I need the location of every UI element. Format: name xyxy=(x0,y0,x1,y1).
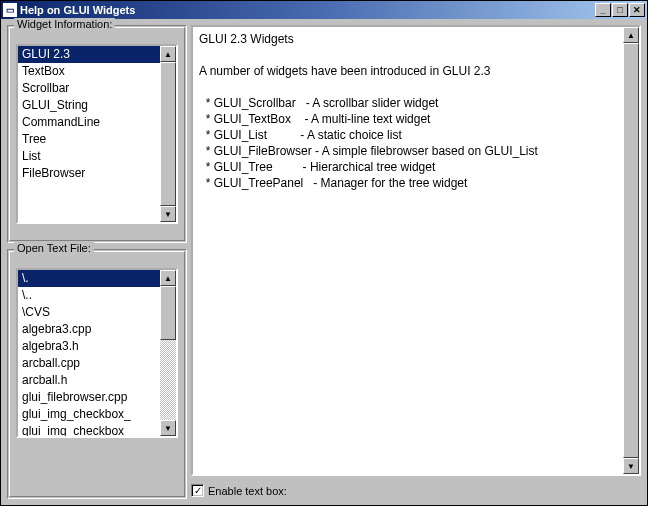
enable-textbox-label: Enable text box: xyxy=(208,485,287,497)
list-item[interactable]: algebra3.h xyxy=(18,338,160,355)
list-item[interactable]: glui_img_checkbox_ xyxy=(18,423,160,436)
widget-list-scrollbar[interactable]: ▲ ▼ xyxy=(160,46,176,222)
scroll-down-icon[interactable]: ▼ xyxy=(160,206,176,222)
list-item[interactable]: FileBrowser xyxy=(18,165,160,182)
list-item[interactable]: arcball.cpp xyxy=(18,355,160,372)
list-item[interactable]: List xyxy=(18,148,160,165)
file-list-scrollbar[interactable]: ▲ ▼ xyxy=(160,270,176,436)
list-item[interactable]: GLUI 2.3 xyxy=(18,46,160,63)
text-content: GLUI 2.3 Widgets A number of widgets hav… xyxy=(193,27,623,474)
close-button[interactable]: ✕ xyxy=(629,3,645,17)
scroll-up-icon[interactable]: ▲ xyxy=(160,46,176,62)
list-item[interactable]: \CVS xyxy=(18,304,160,321)
list-item[interactable]: GLUI_String xyxy=(18,97,160,114)
list-item[interactable]: glui_img_checkbox_ xyxy=(18,406,160,423)
list-item[interactable]: CommandLine xyxy=(18,114,160,131)
scroll-up-icon[interactable]: ▲ xyxy=(160,270,176,286)
list-item[interactable]: glui_filebrowser.cpp xyxy=(18,389,160,406)
enable-textbox-row[interactable]: ✓ Enable text box: xyxy=(191,482,641,499)
file-list[interactable]: \.\..\CVSalgebra3.cppalgebra3.harcball.c… xyxy=(18,270,160,436)
list-item[interactable]: \. xyxy=(18,270,160,287)
window-title: Help on GLUI Widgets xyxy=(20,4,595,16)
widget-list[interactable]: GLUI 2.3TextBoxScrollbarGLUI_StringComma… xyxy=(18,46,160,222)
text-scrollbar[interactable]: ▲ ▼ xyxy=(623,27,639,474)
app-icon: ▭ xyxy=(3,3,17,17)
enable-textbox-checkbox[interactable]: ✓ xyxy=(191,484,204,497)
widget-info-label: Widget Information: xyxy=(14,18,115,30)
scroll-up-icon[interactable]: ▲ xyxy=(623,27,639,43)
maximize-button[interactable]: □ xyxy=(612,3,628,17)
open-file-group: Open Text File: \.\..\CVSalgebra3.cppalg… xyxy=(7,249,187,499)
list-item[interactable]: arcball.h xyxy=(18,372,160,389)
scroll-down-icon[interactable]: ▼ xyxy=(160,420,176,436)
list-item[interactable]: Tree xyxy=(18,131,160,148)
text-view[interactable]: GLUI 2.3 Widgets A number of widgets hav… xyxy=(191,25,641,476)
widget-info-group: Widget Information: GLUI 2.3TextBoxScrol… xyxy=(7,25,187,243)
scroll-down-icon[interactable]: ▼ xyxy=(623,458,639,474)
app-window: ▭ Help on GLUI Widgets _ □ ✕ Widget Info… xyxy=(0,0,648,506)
minimize-button[interactable]: _ xyxy=(595,3,611,17)
open-file-label: Open Text File: xyxy=(14,242,94,254)
titlebar[interactable]: ▭ Help on GLUI Widgets _ □ ✕ xyxy=(1,1,647,19)
list-item[interactable]: algebra3.cpp xyxy=(18,321,160,338)
list-item[interactable]: Scrollbar xyxy=(18,80,160,97)
list-item[interactable]: \.. xyxy=(18,287,160,304)
list-item[interactable]: TextBox xyxy=(18,63,160,80)
content-area: Widget Information: GLUI 2.3TextBoxScrol… xyxy=(1,19,647,505)
